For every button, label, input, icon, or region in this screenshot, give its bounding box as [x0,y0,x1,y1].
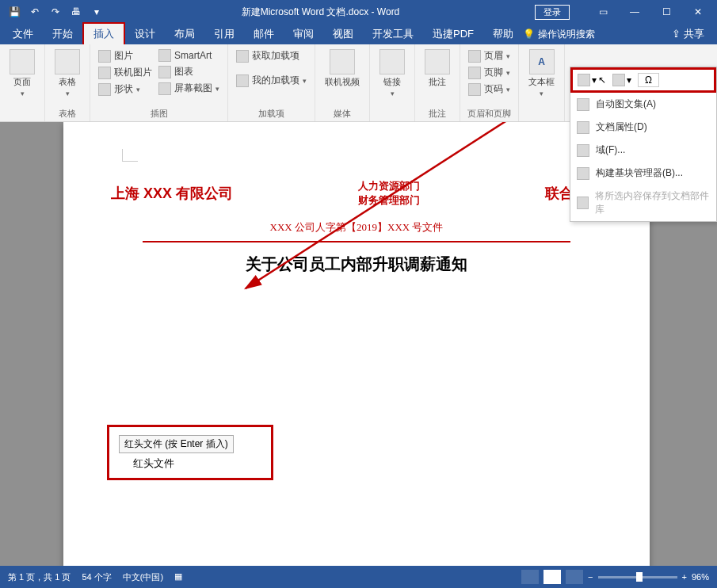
doc-header-row: 上海 XXX 有限公司 人力资源部门 财务管理部门 联合文件 [111,162,602,208]
print-icon[interactable]: 🖶 [67,3,86,21]
group-tables: 表格▾ 表格 [45,44,90,121]
smartart-icon [158,49,171,62]
company-name: 上海 XXX 有限公司 [111,184,233,203]
lightbulb-icon: 💡 [523,29,535,40]
view-web-button[interactable] [566,570,583,584]
tab-home[interactable]: 开始 [43,24,82,44]
tab-insert[interactable]: 插入 [82,22,125,46]
status-words[interactable]: 54 个字 [82,571,111,583]
zoom-level[interactable]: 96% [692,572,709,582]
tab-design[interactable]: 设计 [125,24,165,44]
autotext-tooltip: 红头文件 (按 Enter 插入) 红头文件 [107,425,273,480]
login-button[interactable]: 登录 [535,5,570,20]
zoom-in-button[interactable]: + [682,572,687,582]
close-icon[interactable]: ✕ [684,3,712,21]
addins-icon [236,74,249,87]
zoom-slider[interactable] [598,576,677,578]
comment-icon [425,49,450,74]
tab-pdf[interactable]: 迅捷PDF [423,24,483,44]
doc-number: XXX 公司人字第【2019】XXX 号文件 [111,220,602,235]
ribbon: 页面▾ 表格▾ 表格 图片 联机图片 形状▾ SmartArt 图表 屏幕截图▾… [0,44,717,122]
chart-button[interactable]: 图表 [155,63,223,80]
cursor-icon: ↖ [598,74,606,86]
status-macro-icon[interactable]: ▦ [174,571,182,583]
group-comments: 批注 批注 [415,44,460,121]
zoom-out-button[interactable]: − [588,572,593,582]
tell-me-label: 操作说明搜索 [538,28,595,41]
pages-button[interactable]: 页面▾ [5,48,40,99]
tab-review[interactable]: 审阅 [284,24,323,44]
menu-savesel: 将所选内容保存到文档部件库 [570,185,716,221]
smartart-button[interactable]: SmartArt [155,48,223,63]
tab-layout[interactable]: 布局 [165,24,204,44]
chart-icon [158,66,171,78]
pictures-button[interactable]: 图片 [95,48,155,64]
footer-button[interactable]: 页脚▾ [465,64,513,81]
margin-marker [122,149,138,162]
tab-help[interactable]: 帮助 [483,24,523,44]
save-icon[interactable]: 💾 [5,3,24,21]
get-addins-button[interactable]: 获取加载项 [233,48,310,64]
online-pictures-button[interactable]: 联机图片 [95,64,155,81]
share-icon: ⇪ [672,28,681,40]
online-video-button[interactable]: 联机视频 [320,48,364,90]
qat-more-icon[interactable]: ▾ [87,3,106,21]
autotext-entry[interactable]: 红头文件 [119,456,261,471]
status-lang[interactable]: 中文(中国) [123,571,163,583]
share-button[interactable]: ⇪ 共享 [662,24,714,44]
doc-title: 关于公司员工内部升职调薪通知 [111,254,602,275]
menu-autotext[interactable]: 自动图文集(A) [570,93,716,116]
pagenum-button[interactable]: 页码▾ [465,81,513,97]
group-pages: 页面▾ [0,44,45,121]
autotext-icon [577,98,589,111]
textbox-button[interactable]: A文本框▾ [524,48,559,99]
group-header-footer: 页眉▾ 页脚▾ 页码▾ 页眉和页脚 [460,44,519,121]
pagenum-icon [468,83,481,96]
ribbon-options-icon[interactable]: ▭ [589,3,617,21]
tab-references[interactable]: 引用 [204,24,244,44]
symbol-button[interactable]: Ω [638,73,659,87]
quick-access-toolbar: 💾 ↶ ↷ 🖶 ▾ [5,3,106,21]
tell-me[interactable]: 💡 操作说明搜索 [523,28,595,41]
window-controls: 登录 ▭ — ☐ ✕ [535,3,712,21]
undo-icon[interactable]: ↶ [25,3,44,21]
status-bar: 第 1 页，共 1 页 54 个字 中文(中国) ▦ − + 96% [0,566,717,588]
my-addins-button[interactable]: 我的加载项▾ [233,72,310,89]
page: 上海 XXX 有限公司 人力资源部门 财务管理部门 联合文件 XXX 公司人字第… [63,122,650,566]
quickparts-button[interactable]: ▾ ↖ [578,73,606,87]
store-icon [236,50,249,63]
zoom-thumb[interactable] [636,572,643,582]
minimize-icon[interactable]: — [620,3,649,21]
tab-developer[interactable]: 开发工具 [363,24,423,44]
view-print-button[interactable] [543,570,561,584]
group-text: A文本框▾ [519,44,565,121]
group-addins: 获取加载项 我的加载项▾ 加载项 [228,44,315,121]
group-media: 联机视频 媒体 [315,44,370,121]
menu-field[interactable]: 域(F)... [570,139,716,162]
shapes-icon [98,83,111,96]
shapes-button[interactable]: 形状▾ [95,81,155,97]
bb-icon [577,167,589,180]
tab-mailings[interactable]: 邮件 [244,24,284,44]
field-icon [577,144,589,157]
header-button[interactable]: 页眉▾ [465,48,513,64]
links-button[interactable]: 链接▾ [375,48,410,99]
window-title: 新建Microsoft Word 文档.docx - Word [106,6,535,19]
comments-button[interactable]: 批注 [420,48,455,90]
status-page[interactable]: 第 1 页，共 1 页 [8,571,71,583]
view-read-button[interactable] [521,570,539,584]
redo-icon[interactable]: ↷ [46,3,65,21]
tab-file[interactable]: 文件 [3,24,43,44]
wordart-button[interactable]: ▾ [612,73,631,87]
quickparts-icon [578,74,590,86]
online-pictures-icon [98,67,111,79]
tab-view[interactable]: 视图 [323,24,363,44]
menu-docprops[interactable]: 文档属性(D) [570,116,716,139]
table-icon [55,49,80,74]
maximize-icon[interactable]: ☐ [652,3,681,21]
menu-bborganizer[interactable]: 构建基块管理器(B)... [570,162,716,185]
red-divider [143,241,570,242]
table-button[interactable]: 表格▾ [50,48,85,99]
screenshot-button[interactable]: 屏幕截图▾ [155,80,223,97]
group-illustrations: 图片 联机图片 形状▾ SmartArt 图表 屏幕截图▾ 插图 [90,44,228,121]
